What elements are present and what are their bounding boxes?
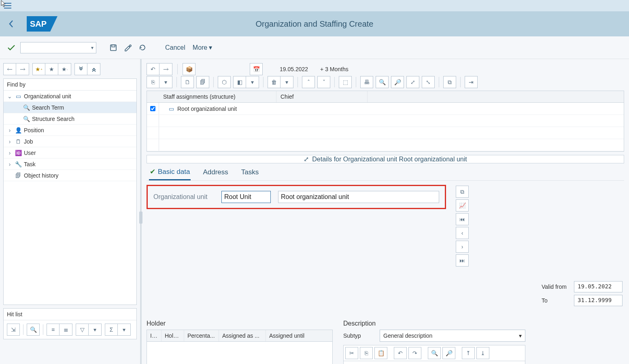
package-icon[interactable]: 📦 — [183, 63, 196, 75]
sum-icon[interactable]: Σ — [105, 324, 118, 336]
cut-icon[interactable]: ✂ — [345, 347, 358, 359]
prev-icon[interactable]: ‹ — [456, 227, 469, 239]
command-field[interactable]: ▾ — [20, 42, 96, 53]
save-icon[interactable] — [108, 42, 119, 53]
assign-icon[interactable]: ⇲ — [7, 324, 20, 336]
move-down-icon[interactable]: ˅ — [317, 76, 330, 88]
undo-icon[interactable]: ↶ — [394, 347, 407, 359]
back-button[interactable] — [6, 18, 17, 30]
calendar-icon[interactable]: 📅 — [250, 63, 263, 75]
description-textarea[interactable]: ‹ › ‹ › — [343, 361, 525, 364]
tab-basic-data[interactable]: ✔ Basic data — [149, 167, 191, 180]
redo-icon[interactable]: 🡒 — [159, 63, 172, 75]
docs-icon[interactable]: 🗐 — [196, 76, 209, 88]
sort-desc-icon[interactable]: ≣ — [60, 324, 72, 336]
tree-node-position[interactable]: › 👤 Position — [4, 125, 136, 136]
row-checkbox[interactable] — [150, 106, 155, 111]
export-icon[interactable]: ⤓ — [476, 347, 489, 359]
chevron-down-icon[interactable]: ▾ — [89, 324, 102, 336]
paste-icon[interactable]: 📋 — [374, 347, 387, 359]
favorite-add-icon[interactable]: ★+ — [32, 63, 45, 75]
tree-node-object-history[interactable]: 🗐 Object history — [4, 170, 136, 181]
delete-icon[interactable]: 🗑 — [268, 76, 280, 88]
org-short-input[interactable] — [221, 191, 271, 203]
search-icon[interactable]: 🔍 — [376, 76, 389, 88]
favorite-icon[interactable]: ★ — [45, 63, 58, 75]
filter-icon[interactable]: ▽ — [76, 324, 89, 336]
collapse-icon[interactable]: ⤡ — [422, 76, 435, 88]
search-next-icon[interactable]: 🔎 — [391, 76, 404, 88]
redo-icon[interactable]: ↷ — [408, 347, 421, 359]
col-assigned-as[interactable]: Assigned as ... — [219, 330, 266, 341]
chevron-right-icon[interactable]: › — [7, 127, 13, 133]
splitter-handle[interactable] — [139, 212, 142, 224]
col-percent[interactable]: Percenta... — [184, 330, 219, 341]
org-long-input[interactable] — [278, 191, 439, 203]
col-chief[interactable]: Chief — [276, 91, 368, 102]
tab-tasks[interactable]: Tasks — [240, 167, 259, 180]
find-icon[interactable]: 🔍 — [27, 324, 40, 336]
tree-node-org-unit[interactable]: ⌄ ▭ Organizational unit — [4, 91, 136, 102]
chevron-down-icon[interactable]: ▾ — [91, 45, 94, 51]
edit-icon[interactable] — [122, 42, 134, 53]
col-assigned-until[interactable]: Assigned until — [266, 330, 332, 341]
tree-node-structure-search[interactable]: 🔍 Structure Search — [4, 113, 136, 125]
nav-back-button[interactable]: 🡐 — [3, 63, 16, 75]
cancel-button[interactable]: Cancel — [161, 44, 189, 51]
hierarchy-icon[interactable]: ⬡ — [218, 76, 231, 88]
collapse-all-icon[interactable] — [87, 63, 100, 75]
structure-icon[interactable]: ⧉ — [443, 76, 456, 88]
last-icon[interactable]: ⏭ — [456, 254, 469, 267]
col-icon[interactable]: Ic... — [147, 330, 162, 341]
favorite-remove-icon[interactable]: ★- — [58, 63, 71, 75]
sort-asc-icon[interactable]: ≡ — [47, 324, 60, 336]
enter-icon[interactable] — [7, 44, 15, 51]
subtyp-select[interactable]: General description ▾ — [380, 330, 525, 342]
chevron-down-icon[interactable]: ⌄ — [7, 93, 13, 99]
tree-node-task[interactable]: › 🔧 Task — [4, 159, 136, 170]
tree-node-job[interactable]: › 🗒 Job — [4, 136, 136, 147]
tree-icon[interactable]: ◧ — [233, 76, 246, 88]
import-icon[interactable]: ⤒ — [462, 347, 475, 359]
hierarchy2-icon[interactable]: ⬚ — [339, 76, 352, 88]
expand-all-icon[interactable] — [74, 63, 87, 75]
tool-icon-2[interactable]: 📈 — [456, 199, 469, 212]
col-holder[interactable]: Holder — [162, 330, 184, 341]
tool-icon-1[interactable]: ⧉ — [456, 186, 469, 198]
print-icon[interactable]: 🖶 — [360, 76, 373, 88]
first-icon[interactable]: ⏮ — [456, 213, 469, 225]
undo-icon[interactable]: ↶ — [147, 63, 159, 75]
tab-address[interactable]: Address — [202, 167, 229, 180]
copy-icon[interactable]: ⎘ — [147, 76, 159, 88]
tree-label: Search Term — [32, 104, 64, 111]
chevron-down-icon[interactable]: ▾ — [280, 76, 293, 88]
refresh-icon[interactable] — [137, 42, 148, 53]
chevron-down-icon[interactable]: ▾ — [159, 76, 172, 88]
chevron-down-icon[interactable]: ▾ — [246, 76, 259, 88]
find-next-icon[interactable]: 🔎 — [442, 347, 455, 359]
find-icon[interactable]: 🔍 — [428, 347, 441, 359]
grid-row[interactable]: ▭ Root organizational unit — [147, 103, 624, 115]
chevron-right-icon[interactable]: › — [7, 150, 13, 156]
more-button[interactable]: More▾ — [193, 44, 212, 51]
move-up-icon[interactable]: ˄ — [302, 76, 315, 88]
col-staff[interactable]: Staff assignments (structure) — [159, 91, 276, 102]
chevron-down-icon[interactable]: ▾ — [118, 324, 131, 336]
nav-forward-button[interactable]: 🡒 — [16, 63, 29, 75]
grid-row — [147, 115, 624, 127]
job-icon: 🗒 — [15, 138, 21, 145]
tree-node-search-term[interactable]: 🔍 Search Term — [4, 102, 136, 113]
expand-icon[interactable]: ⤢ — [406, 76, 419, 88]
tree-node-user[interactable]: › 🆔 User — [4, 147, 136, 159]
chevron-right-icon[interactable]: › — [7, 138, 13, 145]
copy-icon[interactable]: ⎘ — [360, 347, 373, 359]
valid-from-field[interactable]: 19.05.2022 — [574, 281, 623, 292]
details-bar[interactable]: ⤢ Details for Organizational unit Root o… — [147, 155, 624, 163]
doc-icon[interactable]: 🗋 — [181, 76, 194, 88]
valid-to-field[interactable]: 31.12.9999 — [574, 295, 623, 306]
tree-label: Task — [24, 161, 36, 167]
chevron-right-icon[interactable]: › — [7, 161, 13, 167]
grid-header: Staff assignments (structure) Chief — [147, 91, 624, 103]
compress-icon[interactable]: ⇥ — [465, 76, 478, 88]
next-icon[interactable]: › — [456, 241, 469, 253]
